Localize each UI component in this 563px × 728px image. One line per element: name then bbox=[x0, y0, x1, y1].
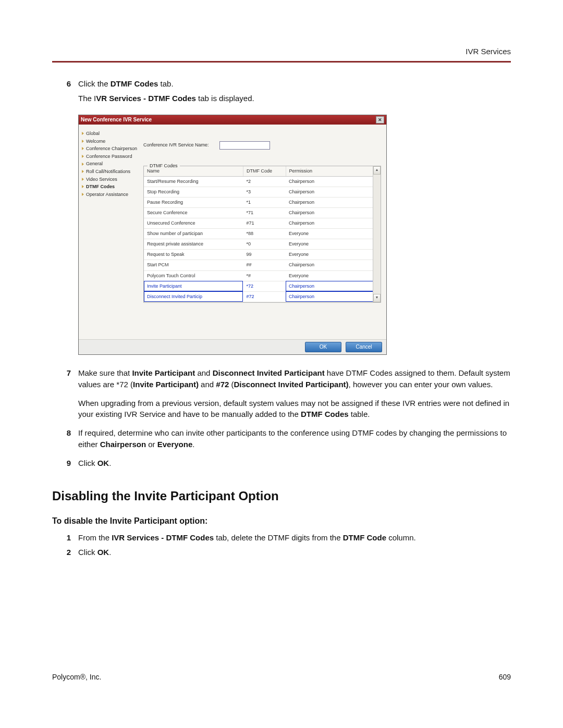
body: 6 Click the DTMF Codes tab. The IVR Serv… bbox=[52, 78, 511, 558]
col-header-permission[interactable]: Permission bbox=[286, 166, 380, 177]
table-row[interactable]: Request private assistance*0Everyone bbox=[144, 239, 381, 250]
sidebar-item-label: Global bbox=[86, 130, 100, 137]
sidebar-item-label: DTMF Codes bbox=[86, 183, 115, 190]
step-2: 2 Click OK. bbox=[52, 547, 511, 558]
sidebar-item-rollcall[interactable]: Roll Call/Notifications bbox=[81, 168, 138, 176]
group-label: DTMF Codes bbox=[148, 163, 180, 169]
cell-code[interactable]: *2 bbox=[243, 177, 286, 187]
cell-code[interactable]: 99 bbox=[243, 250, 286, 260]
cell-perm[interactable]: Chairperson bbox=[286, 218, 380, 229]
chevron-right-icon bbox=[82, 132, 84, 135]
text: . bbox=[192, 440, 194, 449]
cell-code[interactable]: *88 bbox=[243, 229, 286, 239]
text: ( bbox=[229, 380, 234, 389]
cell-perm[interactable]: Everyone bbox=[286, 239, 380, 250]
sidebar-item-password[interactable]: Conference Password bbox=[81, 153, 138, 161]
bold: DTMF Code bbox=[343, 533, 386, 542]
sidebar-item-global[interactable]: Global bbox=[81, 130, 138, 138]
sidebar-item-label: Conference Chairperson bbox=[86, 145, 137, 152]
cell-code[interactable]: *# bbox=[243, 270, 286, 281]
text: Click bbox=[78, 459, 97, 467]
table-row[interactable]: Secure Conference*71Chairperson bbox=[144, 208, 381, 218]
service-name-input[interactable] bbox=[219, 141, 270, 150]
sidebar-item-label: Conference Password bbox=[86, 153, 132, 160]
cell-perm[interactable]: Chairperson bbox=[286, 260, 380, 270]
bold: Invite Participant) bbox=[133, 380, 199, 389]
table-row[interactable]: Request to Speak99Everyone bbox=[144, 250, 381, 260]
sidebar-item-label: Welcome bbox=[86, 138, 105, 145]
bold: DTMF Codes bbox=[301, 410, 349, 418]
cell-perm[interactable]: Chairperson bbox=[286, 187, 380, 198]
cell-perm[interactable]: Everyone bbox=[286, 250, 380, 260]
scroll-down-icon[interactable]: ▼ bbox=[373, 294, 381, 302]
step-6: 6 Click the DTMF Codes tab. The IVR Serv… bbox=[52, 78, 511, 104]
cell-code[interactable]: *71 bbox=[243, 208, 286, 218]
sidebar-item-dtmf-codes[interactable]: DTMF Codes bbox=[81, 183, 138, 191]
cell-perm[interactable]: Chairperson bbox=[286, 177, 380, 187]
table-row[interactable]: Pause Recording*1Chairperson bbox=[144, 198, 381, 208]
cell-perm[interactable]: Chairperson bbox=[286, 291, 380, 302]
step-9: 9 Click OK. bbox=[52, 458, 511, 469]
col-header-code[interactable]: DTMF Code bbox=[243, 166, 286, 177]
step-text: Click the DTMF Codes tab. The IVR Servic… bbox=[78, 78, 511, 104]
sidebar-item-operator[interactable]: Operator Assistance bbox=[81, 191, 138, 199]
table-row-invite-participant[interactable]: Invite Participant*72Chairperson bbox=[144, 281, 381, 291]
dialog-sidebar: Global Welcome Conference Chairperson Co… bbox=[79, 125, 140, 339]
bold: OK bbox=[97, 548, 109, 557]
text: Click bbox=[78, 548, 97, 557]
cancel-button[interactable]: Cancel bbox=[346, 342, 382, 353]
table-row[interactable]: Start PCM##Chairperson bbox=[144, 260, 381, 270]
bold: IVR Services - DTMF Codes bbox=[112, 533, 214, 542]
cell-perm[interactable]: Chairperson bbox=[286, 281, 380, 291]
step-1: 1 From the IVR Services - DTMF Codes tab… bbox=[52, 532, 511, 544]
cell-code[interactable]: ## bbox=[243, 260, 286, 270]
dtmf-codes-table-box: Name DTMF Code Permission Start/Resume R… bbox=[143, 166, 381, 303]
close-icon[interactable]: ✕ bbox=[376, 116, 384, 124]
cell-code[interactable]: #72 bbox=[243, 291, 286, 302]
step-number: 8 bbox=[52, 427, 78, 450]
table-row-disconnect-invited[interactable]: Disconnect Invited Particip#72Chairperso… bbox=[144, 291, 381, 302]
bold: Disconnect Invited Participant) bbox=[234, 380, 349, 389]
cell-name: Request to Speak bbox=[144, 250, 243, 260]
step-number: 1 bbox=[52, 532, 78, 544]
step-text: If required, determine who can invite ot… bbox=[78, 427, 511, 450]
page-header-section: IVR Services bbox=[52, 47, 511, 63]
cell-code[interactable]: *1 bbox=[243, 198, 286, 208]
sidebar-item-chairperson[interactable]: Conference Chairperson bbox=[81, 145, 138, 153]
cell-perm[interactable]: Everyone bbox=[286, 270, 380, 281]
table-row[interactable]: Stop Recording*3Chairperson bbox=[144, 187, 381, 198]
sidebar-item-welcome[interactable]: Welcome bbox=[81, 138, 138, 145]
bold: #72 bbox=[216, 380, 229, 389]
scroll-up-icon[interactable]: ▲ bbox=[373, 166, 381, 175]
cell-perm[interactable]: Everyone bbox=[286, 229, 380, 239]
cell-code[interactable]: *3 bbox=[243, 187, 286, 198]
cell-code[interactable]: #71 bbox=[243, 218, 286, 229]
text: Click the bbox=[78, 79, 111, 88]
sidebar-item-video[interactable]: Video Services bbox=[81, 176, 138, 183]
text: tab is displayed. bbox=[196, 94, 254, 103]
cell-code[interactable]: *0 bbox=[243, 239, 286, 250]
table-scrollbar[interactable]: ▲ ▼ bbox=[373, 166, 381, 302]
step-text: Click OK. bbox=[78, 458, 511, 469]
table-row[interactable]: Unsecured Conference#71Chairperson bbox=[144, 218, 381, 229]
table-row[interactable]: Polycom Touch Control*#Everyone bbox=[144, 270, 381, 281]
table-row[interactable]: Start/Resume Recording*2Chairperson bbox=[144, 177, 381, 187]
sidebar-item-label: Operator Assistance bbox=[86, 191, 128, 198]
step-text: Click OK. bbox=[78, 547, 511, 558]
step-7: 7 Make sure that Invite Participant and … bbox=[52, 367, 511, 420]
text: tab, delete the DTMF digits from the bbox=[214, 533, 343, 542]
spacer bbox=[143, 303, 381, 339]
cell-name: Pause Recording bbox=[144, 198, 243, 208]
cell-perm[interactable]: Chairperson bbox=[286, 208, 380, 218]
step-number: 6 bbox=[52, 78, 78, 104]
sidebar-item-general[interactable]: General bbox=[81, 160, 138, 168]
cell-code[interactable]: *72 bbox=[243, 281, 286, 291]
text: table. bbox=[349, 410, 370, 418]
table-row[interactable]: Show number of participan*88Everyone bbox=[144, 229, 381, 239]
field-label: Conference IVR Service Name: bbox=[143, 142, 209, 149]
text: . bbox=[109, 459, 111, 467]
bold: Disconnect Invited Participant bbox=[213, 368, 325, 377]
cell-perm[interactable]: Chairperson bbox=[286, 198, 380, 208]
ok-button[interactable]: OK bbox=[305, 342, 341, 353]
cell-name: Start PCM bbox=[144, 260, 243, 270]
